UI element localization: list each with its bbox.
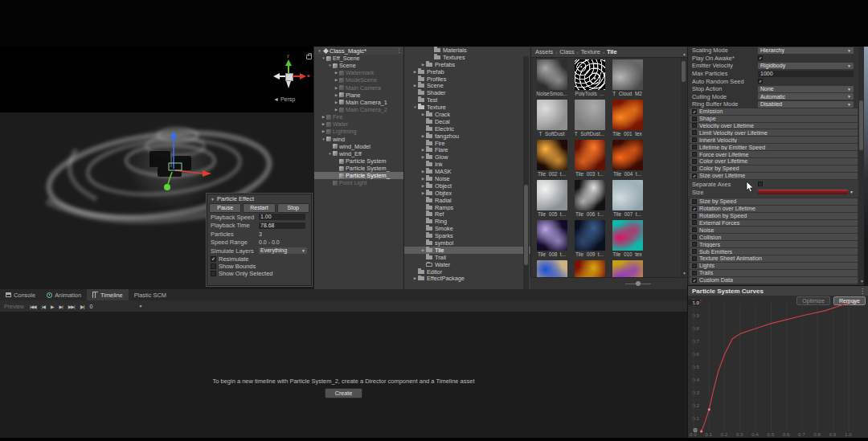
curve-key[interactable] bbox=[847, 301, 850, 304]
pause-button[interactable]: Pause bbox=[209, 203, 241, 213]
project-folder[interactable]: Test bbox=[404, 96, 531, 104]
module-checkbox[interactable] bbox=[692, 159, 697, 164]
texture-thumbnail[interactable] bbox=[612, 100, 643, 130]
texture-thumbnail[interactable] bbox=[575, 100, 605, 130]
foldout-arrow-icon[interactable]: ▶ bbox=[334, 78, 339, 82]
texture-item[interactable]: Tile_002_t... bbox=[534, 139, 570, 178]
module-checkbox[interactable]: ✓ bbox=[692, 174, 697, 178]
foldout-arrow-icon[interactable]: ▶ bbox=[321, 122, 326, 126]
module-toggle[interactable]: Force over Lifetime bbox=[690, 151, 858, 157]
texture-thumbnail[interactable] bbox=[575, 59, 605, 90]
module-checkbox[interactable] bbox=[692, 249, 697, 254]
create-button[interactable]: Create bbox=[325, 388, 363, 398]
texture-item[interactable]: Tile_009_t... bbox=[571, 219, 608, 259]
module-checkbox[interactable] bbox=[692, 263, 697, 268]
texture-thumbnail[interactable] bbox=[575, 140, 605, 170]
hierarchy-item[interactable]: ▼Scene bbox=[314, 62, 404, 69]
texture-item[interactable]: PolyTools_... bbox=[571, 59, 608, 98]
texture-item[interactable]: Tile_008_t... bbox=[534, 219, 570, 259]
project-folder[interactable]: Shader bbox=[404, 89, 531, 96]
collapse-triangle-icon[interactable]: ▼ bbox=[211, 197, 215, 202]
field-input[interactable]: 78.68 bbox=[259, 223, 305, 229]
project-folder[interactable]: ▶Crack bbox=[404, 111, 531, 118]
project-folder[interactable]: Fire bbox=[404, 140, 531, 147]
module-checkbox[interactable] bbox=[692, 116, 697, 121]
foldout-arrow-icon[interactable]: ▼ bbox=[321, 137, 326, 141]
texture-thumbnail[interactable] bbox=[575, 180, 605, 210]
texture-item[interactable]: Tile_007_t... bbox=[609, 179, 645, 218]
size-curve-field[interactable] bbox=[758, 190, 848, 194]
particle-effect-panel-title[interactable]: ▼ Particle Effect bbox=[207, 194, 311, 203]
checkbox[interactable] bbox=[211, 271, 216, 276]
texture-item[interactable]: Tile_001_tex bbox=[609, 99, 645, 138]
hierarchy-item[interactable]: Particle System_ bbox=[314, 165, 404, 172]
property-input[interactable]: 1000 bbox=[758, 71, 854, 77]
play-button[interactable]: ▶ bbox=[51, 304, 54, 309]
module-checkbox[interactable] bbox=[692, 130, 697, 135]
stop-button[interactable]: Stop bbox=[277, 203, 309, 213]
project-folder[interactable]: Ink bbox=[404, 161, 531, 168]
texture-thumbnail[interactable] bbox=[537, 59, 567, 90]
timeline-options-dropdown-icon[interactable]: ▼ bbox=[138, 304, 142, 308]
breadcrumb-item[interactable]: Class bbox=[559, 48, 574, 55]
module-checkbox[interactable] bbox=[692, 235, 697, 239]
hierarchy-item[interactable]: ▶ModeScene bbox=[314, 76, 404, 84]
module-checkbox[interactable] bbox=[692, 199, 697, 204]
module-checkbox[interactable]: ✓ bbox=[692, 206, 697, 211]
property-dropdown[interactable]: Disabled▼ bbox=[758, 101, 854, 108]
project-folder[interactable]: Textures bbox=[404, 54, 531, 61]
texture-thumbnail[interactable] bbox=[537, 220, 567, 251]
texture-thumbnail[interactable] bbox=[537, 100, 567, 130]
texture-thumbnail[interactable] bbox=[612, 220, 643, 251]
texture-item[interactable]: Tile_004_t... bbox=[609, 139, 645, 178]
folders-scrollbar-thumb[interactable] bbox=[524, 185, 528, 265]
hierarchy-item[interactable]: ▼wind bbox=[314, 136, 404, 143]
hierarchy-item[interactable]: wind_Model bbox=[314, 143, 404, 150]
foldout-arrow-icon[interactable]: ▶ bbox=[321, 129, 326, 133]
module-toggle[interactable]: Lifetime by Emitter Speed bbox=[690, 144, 858, 150]
module-toggle[interactable]: Rotation by Speed bbox=[690, 213, 858, 219]
project-folder[interactable]: ▶MASK bbox=[404, 168, 531, 175]
property-checkbox[interactable]: ✓ bbox=[758, 55, 763, 60]
texture-thumbnail[interactable] bbox=[612, 140, 643, 170]
module-checkbox[interactable] bbox=[692, 227, 697, 232]
foldout-arrow-icon[interactable]: ▶ bbox=[420, 248, 426, 252]
project-folder[interactable]: ▶Object bbox=[404, 182, 531, 190]
hierarchy-item[interactable]: Point Light bbox=[314, 179, 404, 186]
more-options-icon[interactable]: ⋮ bbox=[396, 47, 402, 54]
foldout-arrow-icon[interactable]: ▶ bbox=[420, 191, 426, 195]
module-toggle[interactable]: ✓Custom Data bbox=[690, 277, 858, 284]
module-checkbox[interactable]: ✓ bbox=[692, 109, 697, 114]
foldout-arrow-icon[interactable]: ▶ bbox=[412, 276, 418, 280]
hierarchy-item[interactable]: ▼Eff_Scene bbox=[314, 55, 404, 62]
project-folder[interactable]: ▶Scene bbox=[404, 82, 531, 89]
perspective-toggle[interactable]: ◄ Persp bbox=[273, 96, 295, 102]
foldout-arrow-icon[interactable]: ▶ bbox=[334, 108, 339, 112]
module-toggle[interactable]: Limit Velocity over Lifetime bbox=[690, 129, 858, 136]
project-folder[interactable]: ▶Flare bbox=[404, 146, 531, 153]
foldout-arrow-icon[interactable]: ▼ bbox=[412, 105, 418, 109]
module-toggle[interactable]: Inherit Velocity bbox=[690, 137, 858, 143]
separate-axes-checkbox[interactable] bbox=[758, 182, 763, 186]
field-input[interactable]: 1.00 bbox=[259, 214, 305, 220]
project-folder[interactable]: ▶Prefab bbox=[404, 68, 531, 76]
project-folder[interactable]: Materials bbox=[404, 47, 531, 54]
project-folder[interactable]: Radial bbox=[404, 197, 531, 204]
module-checkbox[interactable] bbox=[692, 166, 697, 171]
project-folder[interactable]: Ramps bbox=[404, 204, 531, 211]
play-range-button[interactable]: [▶] bbox=[80, 304, 84, 309]
foldout-arrow-icon[interactable]: ▶ bbox=[420, 177, 426, 181]
frame-field[interactable]: 0 bbox=[89, 304, 121, 309]
module-toggle[interactable]: Color over Lifetime bbox=[690, 158, 858, 165]
scroll-up-icon[interactable]: ▲ bbox=[682, 51, 686, 56]
hierarchy-item[interactable]: ▶Main Camera_2 bbox=[314, 106, 404, 113]
breadcrumb-item[interactable]: Assets bbox=[535, 48, 553, 55]
project-folder[interactable]: ▶Prefabs bbox=[404, 61, 531, 68]
orientation-gizmo[interactable]: y x ◄ Persp bbox=[270, 55, 312, 104]
module-checkbox[interactable] bbox=[692, 152, 697, 157]
module-toggle[interactable]: Noise bbox=[690, 227, 858, 233]
module-checkbox[interactable] bbox=[692, 256, 697, 261]
inspector-scrollbar-thumb[interactable] bbox=[859, 100, 863, 150]
curve-key[interactable] bbox=[708, 408, 710, 410]
gizmo-x-axis-icon[interactable] bbox=[300, 73, 306, 80]
